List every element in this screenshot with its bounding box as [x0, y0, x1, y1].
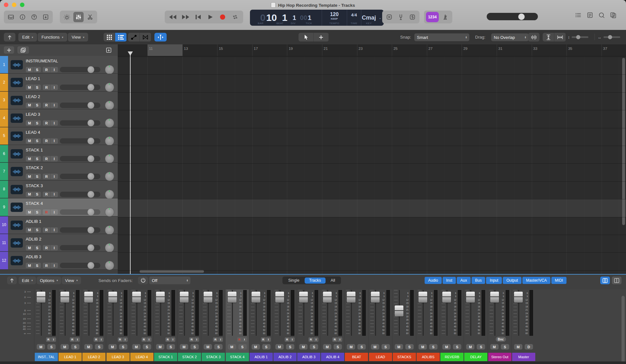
record-enable-button[interactable]: R — [165, 337, 170, 342]
mixer-scrollbar[interactable] — [621, 296, 625, 364]
track-row[interactable]: 3LEAD 2MSRI — [0, 92, 118, 109]
mute-button[interactable]: M — [371, 344, 379, 350]
fader-cap[interactable] — [323, 292, 332, 303]
track-name[interactable]: INSTRUMENTAL — [26, 59, 58, 63]
toolbar-icon[interactable] — [41, 12, 51, 22]
filter-inst[interactable]: Inst — [443, 277, 456, 284]
record-enable-button[interactable]: R — [332, 337, 337, 342]
record-enable-button[interactable]: R — [43, 85, 51, 90]
channel-strip[interactable]: 691215182124303540455060MSDELAY — [464, 289, 487, 362]
fader-cap[interactable] — [204, 292, 212, 303]
mute-button[interactable]: M — [84, 344, 93, 350]
functions-menu[interactable]: Functions▾ — [38, 33, 67, 41]
input-monitor-button[interactable]: I — [51, 263, 58, 268]
filter-input[interactable]: Input — [486, 277, 502, 284]
master-volume-slider[interactable] — [487, 13, 538, 20]
fader-cap[interactable] — [371, 292, 380, 303]
input-monitor-button[interactable]: I — [51, 192, 58, 197]
strip-name-label[interactable]: STACK 4 — [226, 353, 249, 361]
drag-dropdown[interactable]: No Overlap▴▾ — [491, 33, 529, 41]
solo-button[interactable]: S — [33, 245, 41, 250]
duplicate-track-icon[interactable] — [17, 46, 29, 54]
input-monitor-button[interactable]: I — [51, 245, 58, 250]
track-name[interactable]: STACK 2 — [26, 165, 43, 170]
solo-button[interactable]: S — [238, 344, 247, 350]
record-enable-button[interactable]: R — [43, 103, 51, 108]
solo-button[interactable]: S — [262, 344, 271, 350]
strip-name-label[interactable]: LEAD — [369, 353, 392, 361]
catch-playhead-icon[interactable] — [154, 33, 167, 41]
mixer-edit-menu[interactable]: Edit▾ — [19, 277, 36, 284]
rewind-button[interactable] — [167, 12, 179, 22]
mute-button[interactable]: M — [442, 344, 451, 350]
fader-cap[interactable] — [252, 292, 260, 303]
channel-strip[interactable]: 691215182124303540455060MSREVERB — [440, 289, 464, 362]
record-enable-button[interactable]: R — [43, 138, 51, 144]
track-volume-knob[interactable] — [87, 227, 94, 233]
strip-name-label[interactable]: DELAY — [464, 353, 487, 361]
input-monitor-button[interactable]: I — [75, 337, 80, 342]
mixer-view-menu[interactable]: View▾ — [62, 277, 81, 284]
input-monitor-button[interactable]: I — [242, 337, 247, 342]
strip-name-label[interactable]: STACKS — [393, 353, 416, 361]
track-volume-slider[interactable] — [60, 174, 100, 179]
solo-button[interactable]: S — [334, 344, 342, 350]
solo-button[interactable]: S — [33, 103, 41, 108]
view-filter-tracks[interactable]: Tracks — [305, 278, 326, 284]
mute-button[interactable]: M — [108, 344, 117, 350]
pointer-tool-icon[interactable] — [299, 33, 314, 41]
track-row[interactable]: 12ADLIB 3MSRI — [0, 252, 118, 269]
input-monitor-button[interactable]: I — [51, 85, 58, 90]
waveform-zoom-icon[interactable] — [528, 33, 539, 41]
list-editors-icon[interactable] — [575, 12, 582, 19]
solo-mode-icon[interactable] — [407, 12, 418, 22]
solo-button[interactable]: S — [310, 344, 318, 350]
plus-tool-icon[interactable] — [314, 33, 329, 41]
go-to-beginning-button[interactable] — [192, 12, 204, 22]
filter-master-vca[interactable]: Master/VCA — [522, 277, 550, 284]
smart-controls-icon[interactable] — [62, 12, 72, 22]
solo-button[interactable]: S — [33, 67, 41, 72]
strip-name-label[interactable]: Stereo Out — [488, 353, 511, 361]
lcd-display[interactable]: 0 10 1 1 00 1 BAR BEAT DIV TICK 120 KEEP… — [250, 10, 384, 26]
track-volume-knob[interactable] — [87, 66, 94, 73]
track-name[interactable]: LEAD 3 — [26, 112, 40, 117]
track-number[interactable]: 7 — [0, 163, 8, 180]
view-filter-all[interactable]: All — [326, 278, 340, 284]
cycle-button[interactable] — [229, 12, 241, 22]
track-volume-slider[interactable] — [60, 245, 100, 250]
grid-view-icon[interactable] — [104, 33, 115, 41]
channel-strip[interactable]: 691215182124303540455060RIMSLEAD 2 — [82, 289, 106, 362]
record-enable-button[interactable]: R — [142, 337, 146, 342]
track-row[interactable]: 7STACK 2MSRI — [0, 163, 118, 180]
record-enable-button[interactable]: R — [43, 120, 51, 126]
solo-button[interactable]: S — [33, 227, 41, 233]
solo-button[interactable]: S — [71, 344, 79, 350]
mute-button[interactable]: M — [347, 344, 355, 350]
mute-button[interactable]: M — [26, 263, 33, 268]
mute-button[interactable]: M — [132, 344, 141, 350]
strip-name-label[interactable]: ADLIB 1 — [250, 353, 273, 361]
up-arrow-icon[interactable] — [4, 33, 15, 41]
input-monitor-button[interactable]: I — [51, 138, 58, 144]
note-pads-icon[interactable] — [586, 12, 594, 19]
track-pan-knob[interactable] — [105, 190, 114, 199]
track-name[interactable]: STACK 4 — [26, 201, 43, 206]
vertical-zoom-slider[interactable]: ↕ — [568, 33, 588, 41]
input-monitor-button[interactable]: I — [51, 227, 58, 233]
input-monitor-button[interactable]: I — [218, 337, 223, 342]
mute-button[interactable]: M — [60, 344, 69, 350]
track-volume-knob[interactable] — [87, 84, 94, 91]
track-pan-knob[interactable] — [105, 261, 114, 270]
lcd-tempo[interactable]: 120 KEEP TEMPO — [322, 10, 347, 26]
edit-menu[interactable]: Edit▾ — [18, 33, 37, 41]
input-monitor-button[interactable]: I — [337, 337, 342, 342]
record-enable-button[interactable]: R — [43, 263, 51, 268]
solo-button[interactable]: S — [477, 344, 485, 350]
record-enable-button[interactable]: R — [213, 337, 218, 342]
count-in-button[interactable]: 1234 — [426, 12, 439, 22]
mute-button[interactable]: M — [26, 227, 33, 233]
track-volume-slider[interactable] — [60, 85, 100, 90]
solo-button[interactable]: S — [214, 344, 223, 350]
record-enable-button[interactable]: R — [43, 174, 51, 179]
